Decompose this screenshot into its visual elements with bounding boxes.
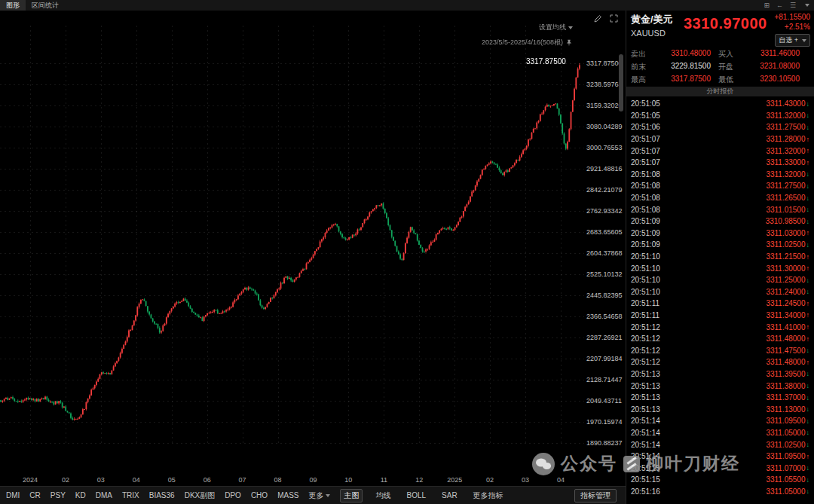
tick-price: 3311.24500 [766, 299, 805, 307]
quote-field-value: 3229.81500 [655, 62, 718, 72]
time-axis-label: 07 [231, 476, 254, 484]
tick-price-cell: 3311.37000↓ [766, 393, 809, 402]
tick-row: 20:51:053311.43000↓ [626, 98, 814, 110]
layout-grid-icon[interactable]: ⊞ [764, 2, 770, 9]
chevron-down-icon [568, 26, 573, 29]
quote-field-label: 买入 [718, 49, 742, 60]
tick-row: 20:51:083311.01500↓ [626, 203, 814, 215]
chart-tool-BOLL[interactable]: BOLL [403, 490, 429, 500]
indicator-KD[interactable]: KD [75, 491, 86, 499]
tick-time: 20:51:05 [631, 99, 660, 108]
down-arrow-icon: ↓ [806, 182, 810, 190]
tick-row: 20:51:103311.21500↑ [626, 251, 814, 263]
chart-tool-SAR[interactable]: SAR [439, 490, 461, 500]
tick-price-cell: 3311.24000↓ [766, 288, 809, 296]
price-axis-label: 3317.87500 [586, 60, 623, 67]
tick-time: 20:51:09 [631, 240, 660, 249]
tick-time: 20:51:06 [631, 123, 660, 131]
indicator-DKX副图[interactable]: DKX副图 [185, 490, 216, 501]
tick-price-cell: 3311.27500↓ [766, 182, 809, 190]
tick-price: 3311.47500 [766, 347, 805, 355]
down-arrow-icon: ↓ [806, 417, 810, 425]
chevron-down-icon[interactable] [803, 2, 809, 9]
indicator-DMI[interactable]: DMI [6, 491, 20, 499]
tick-row: 20:51:093310.98500↓ [626, 215, 814, 228]
ma-setting-control[interactable]: 设置均线 [539, 23, 573, 32]
down-arrow-icon: ↓ [806, 194, 810, 202]
tick-price: 3311.07000 [766, 464, 805, 472]
tick-quote-list[interactable]: 20:51:053311.43000↓20:51:053311.32000↓20… [626, 96, 814, 502]
chevron-down-icon [802, 39, 806, 42]
trading-app: 图形区间统计 ⊞ ← ☰ 设置均线 2023/5/5-2025/4/16(508… [0, 0, 814, 504]
time-axis-label: 03 [514, 476, 537, 484]
tick-price: 3311.03000 [766, 229, 805, 237]
down-arrow-icon: ↓ [806, 405, 810, 413]
indicator-DPO[interactable]: DPO [225, 491, 241, 499]
tick-row: 20:51:143311.09500↓ [626, 415, 814, 427]
up-arrow-icon: ↑ [806, 147, 810, 154]
tick-row: 20:51:133311.39500↓ [626, 368, 814, 380]
indicator-PSY[interactable]: PSY [50, 491, 66, 499]
tick-price: 3311.09500 [766, 417, 805, 425]
indicator-manage-button[interactable]: 指标管理 [574, 489, 617, 502]
indicator-BIAS36[interactable]: BIAS36 [149, 491, 175, 499]
tab-图形[interactable]: 图形 [0, 0, 26, 11]
indicator-more-button[interactable]: 更多 [308, 490, 330, 501]
tick-price-cell: 3311.27500↓ [766, 123, 809, 131]
tick-price-cell: 3311.33000↑ [766, 158, 809, 166]
tick-section-title: 分时报价 [626, 87, 814, 96]
chart-tool-主图[interactable]: 主图 [340, 489, 363, 502]
indicator-DMA[interactable]: DMA [96, 491, 112, 499]
price-change-percent: +2.51% [785, 23, 810, 31]
tick-price-cell: 3311.01500↓ [766, 206, 809, 214]
tick-price: 3311.48000 [766, 334, 805, 343]
tick-time: 20:51:11 [631, 299, 659, 307]
tick-time: 20:51:12 [631, 347, 660, 355]
time-axis-label: 04 [125, 476, 148, 484]
time-axis-label: 05 [161, 476, 183, 484]
panel-list-icon[interactable]: ☰ [790, 2, 796, 9]
tick-row: 20:51:163311.05000↓ [626, 486, 814, 498]
tick-row: 20:51:073311.28000↑ [626, 133, 814, 145]
chart-scrollbar[interactable] [619, 54, 623, 111]
ma-setting-label[interactable]: 设置均线 [539, 23, 566, 31]
tick-price-cell: 3311.30000↑ [766, 264, 809, 273]
tick-row: 20:51:063311.27500↓ [626, 121, 814, 133]
indicator-CR[interactable]: CR [29, 491, 40, 499]
tick-price-cell: 3311.43000↓ [766, 99, 809, 108]
pencil-draw-icon[interactable] [594, 14, 602, 23]
time-axis-label: 09 [301, 476, 324, 484]
tick-price-cell: 3311.02500↓ [766, 240, 809, 249]
back-arrow-icon[interactable]: ← [776, 2, 783, 9]
quote-panel: 黄金/美元 XAUUSD 3310.97000 +81.15500 +2.51%… [626, 11, 814, 504]
chevron-down-icon [326, 494, 330, 497]
topbar-tabs: 图形区间统计 [0, 0, 65, 11]
tick-price: 3311.27500 [766, 182, 805, 190]
time-axis-label: 06 [196, 476, 219, 484]
chart-tool-更多指标[interactable]: 更多指标 [470, 490, 506, 502]
tick-time: 20:51:08 [631, 206, 660, 214]
watchlist-add-button[interactable]: 自选 + [775, 34, 810, 47]
fullscreen-expand-icon[interactable] [610, 14, 618, 23]
tick-time: 20:51:05 [631, 111, 660, 120]
tick-price: 3311.25000 [766, 276, 805, 284]
tick-price: 3311.09500 [766, 452, 805, 460]
tick-row: 20:51:073311.33000↑ [626, 157, 814, 169]
top-menu-bar: 图形区间统计 ⊞ ← ☰ [0, 0, 814, 11]
chart-tool-均线[interactable]: 均线 [372, 490, 393, 502]
indicator-TRIX[interactable]: TRIX [122, 491, 139, 499]
up-arrow-icon: ↑ [806, 253, 810, 261]
tick-price-cell: 3311.32000↓ [766, 111, 809, 120]
date-range-control[interactable]: 2023/5/5-2025/4/16(508根) [482, 38, 573, 47]
tick-price-cell: 3311.07000↓ [766, 464, 809, 472]
price-axis-label: 2604.37868 [586, 249, 623, 257]
chart-tools-icons [594, 14, 618, 23]
tab-区间统计[interactable]: 区间统计 [26, 0, 65, 11]
tick-price: 3311.01500 [766, 206, 805, 214]
tick-price: 3310.98500 [766, 217, 806, 225]
indicator-MASS[interactable]: MASS [277, 491, 298, 499]
tick-time: 20:51:10 [631, 264, 660, 273]
indicator-CHO[interactable]: CHO [251, 491, 268, 499]
candlestick-chart[interactable] [0, 26, 584, 444]
up-arrow-icon: ↑ [806, 264, 810, 272]
